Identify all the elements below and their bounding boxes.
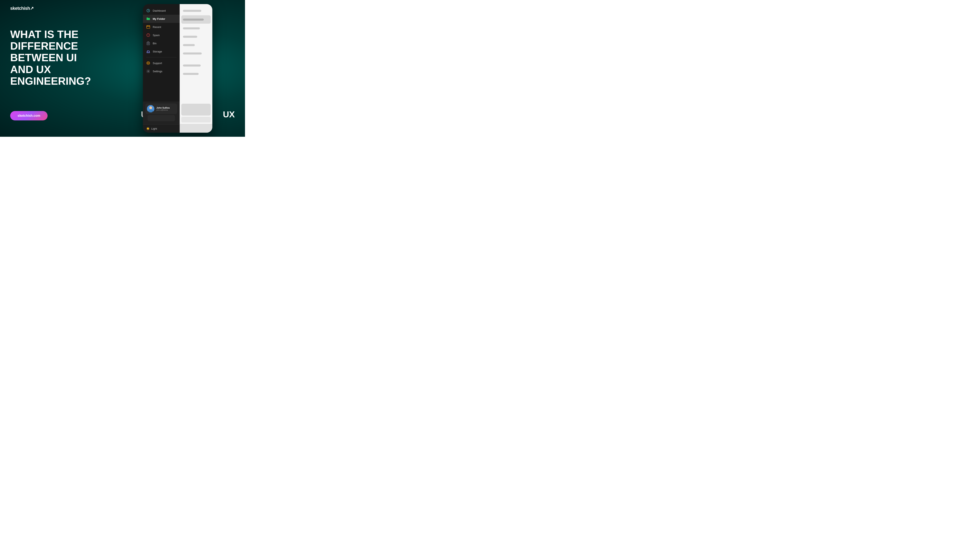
svg-point-16 (148, 62, 149, 64)
sidebar-item-myfolder[interactable]: My Folder (143, 15, 180, 23)
sidebar-item-label-dashboard: Dashboard (153, 9, 166, 12)
theme-toggle[interactable]: ☀️ Light (143, 124, 180, 133)
sidebar-item-support[interactable]: Support (143, 59, 180, 67)
light-spacer (180, 80, 212, 102)
sidebar-item-spam[interactable]: ! Spam (143, 31, 180, 39)
folder-icon (146, 17, 150, 21)
heading-line2: DIFFERENCE BETWEEN UI (10, 40, 129, 64)
light-bar (183, 52, 202, 54)
svg-point-25 (149, 110, 153, 112)
light-bar (183, 44, 195, 46)
logo-arrow: ↗ (30, 6, 34, 11)
sidebar-item-label-support: Support (153, 62, 162, 65)
user-email: john.s@doma (156, 109, 176, 111)
bin-icon (146, 41, 150, 45)
light-row-recent (181, 24, 211, 32)
dashboard-icon (146, 9, 150, 13)
svg-point-23 (149, 107, 152, 109)
light-row-bin (181, 41, 211, 49)
light-row-myfolder (181, 15, 211, 24)
label-ux: UX (223, 110, 235, 119)
heading-line3: AND UX ENGINEERING? (10, 64, 129, 87)
user-name: John Sulliva (156, 107, 176, 109)
svg-rect-4 (149, 25, 150, 26)
avatar (147, 105, 154, 113)
sidebar-light (180, 4, 212, 133)
recent-icon (146, 25, 150, 29)
light-row-spam (181, 32, 211, 41)
cta-button[interactable]: sketchish.com (10, 111, 48, 121)
svg-rect-12 (147, 52, 150, 53)
sidebar-item-label-bin: Bin (153, 42, 157, 45)
logo: sketchish↗ (10, 6, 34, 11)
avatar-image (147, 105, 154, 113)
settings-icon (146, 69, 150, 73)
light-bottom-space (180, 122, 212, 124)
spam-icon: ! (146, 33, 150, 37)
light-row-dashboard (181, 6, 211, 15)
svg-point-21 (148, 71, 149, 72)
light-bar (183, 10, 201, 12)
search-input-area[interactable] (148, 115, 175, 121)
user-profile[interactable]: John Sulliva john.s@doma (145, 103, 177, 114)
sidebar-item-dashboard[interactable]: Dashboard (143, 6, 180, 15)
light-content (180, 4, 212, 80)
light-divider-space (181, 57, 211, 61)
light-bar-active (183, 19, 204, 21)
light-bar (183, 65, 201, 67)
svg-rect-2 (146, 26, 150, 27)
app-mockup: Dashboard My Folder (143, 4, 212, 133)
sidebar-item-label-recent: Recent (153, 25, 161, 29)
sidebar-item-label-spam: Spam (153, 34, 160, 37)
light-input-bar (181, 117, 211, 122)
light-row-support (181, 61, 211, 70)
light-theme-bar (180, 124, 212, 133)
svg-point-15 (147, 62, 150, 65)
user-info: John Sulliva john.s@doma (156, 107, 176, 111)
nav-section-main: Dashboard My Folder (143, 4, 180, 102)
user-section: John Sulliva john.s@doma (143, 102, 180, 124)
light-user-bar (181, 104, 211, 116)
light-bar (183, 27, 200, 29)
light-row-settings (181, 70, 211, 78)
sidebar-item-storage[interactable]: Storage (143, 47, 180, 56)
svg-rect-3 (147, 25, 148, 26)
support-icon (146, 61, 150, 65)
main-heading: WHAT IS THE DIFFERENCE BETWEEN UI AND UX… (10, 29, 129, 87)
svg-rect-8 (148, 41, 149, 42)
sidebar-item-label-storage: Storage (153, 50, 162, 53)
background: sketchish↗ WHAT IS THE DIFFERENCE BETWEE… (0, 0, 245, 137)
theme-label: Light (151, 127, 157, 130)
sidebar-dark: Dashboard My Folder (143, 4, 180, 133)
storage-icon (146, 49, 150, 54)
light-bar (183, 73, 199, 75)
sidebar-item-label-settings: Settings (153, 70, 162, 73)
sidebar-item-label-myfolder: My Folder (153, 17, 165, 21)
logo-text: sketchish (10, 6, 30, 11)
nav-divider (146, 57, 177, 57)
sidebar-item-recent[interactable]: Recent (143, 23, 180, 31)
heading-line1: WHAT IS THE (10, 29, 129, 40)
light-icon: ☀️ (146, 127, 150, 130)
light-row-storage (181, 49, 211, 57)
svg-rect-1 (146, 25, 150, 29)
light-bar (183, 36, 197, 38)
sidebar-item-settings[interactable]: Settings (143, 67, 180, 75)
svg-text:!: ! (148, 34, 148, 37)
sidebar-item-bin[interactable]: Bin (143, 39, 180, 47)
